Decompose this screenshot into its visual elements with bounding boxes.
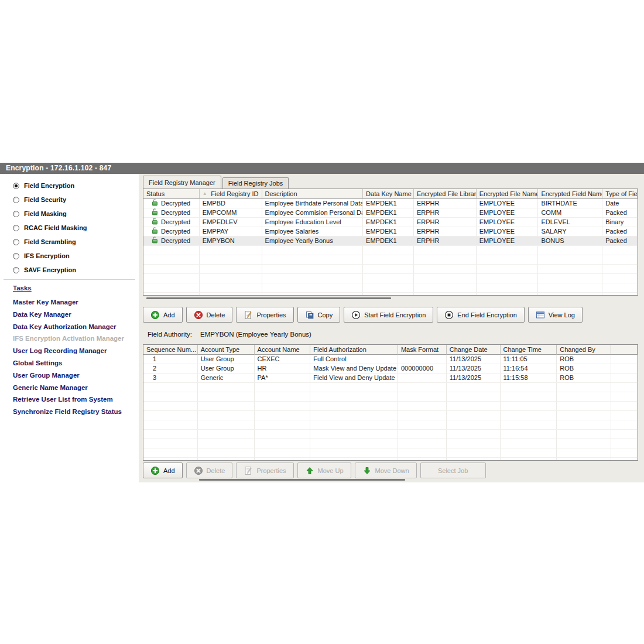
table-row[interactable]: 3GenericPA*Field View and Deny Update11/… (143, 374, 638, 383)
task-link-synchronize-field-registry-status[interactable]: Synchronize Field Registry Status (0, 406, 139, 418)
empty-cell (200, 274, 262, 283)
table-row[interactable]: DecryptedEMPCOMMEmployee Commision Perso… (143, 208, 638, 218)
column-header-label: Change Time (503, 345, 542, 354)
cell-sequence-num: 1 (143, 355, 198, 364)
empty-cell (198, 402, 255, 410)
table-row[interactable]: DecryptedEMPYBONEmployee Yearly BonusEMP… (143, 237, 638, 246)
tab-field-registry-jobs[interactable]: Field Registry Jobs (222, 177, 289, 189)
empty-cell (398, 458, 447, 461)
empty-cell (200, 265, 262, 273)
column-header-changed-by[interactable]: Changed By (557, 345, 611, 355)
sidebar-radio-savf-encryption[interactable]: SAVF Encryption (0, 263, 139, 277)
task-link-global-settings[interactable]: Global Settings (0, 357, 139, 369)
field-authority-line: Field Authority:EMPYBON (Employee Yearly… (148, 331, 311, 338)
column-header-field-authorization[interactable]: Field Authorization (310, 345, 398, 355)
authority-table-hscrollbar[interactable] (199, 479, 550, 482)
cell-change-date: 11/13/2025 (447, 374, 501, 382)
column-header-encrypted-file-library[interactable]: Encrypted File Library (414, 189, 477, 199)
task-link-user-log-recording-manager[interactable]: User Log Recording Manager (0, 345, 139, 357)
column-header-field-registry-id[interactable]: ▲Field Registry ID (200, 189, 262, 199)
table-row[interactable]: DecryptedEMPPAYEmployee SalariesEMPDEK1E… (143, 227, 638, 237)
column-header-data-key-name[interactable]: Data Key Name (363, 189, 414, 199)
task-link-data-key-authorization-manager[interactable]: Data Key Authorization Manager (0, 321, 139, 333)
table-row[interactable]: 2User GroupHRMask View and Deny Update00… (143, 364, 638, 374)
sidebar-radio-field-masking[interactable]: Field Masking (0, 207, 139, 221)
sort-ascending-icon: ▲ (203, 189, 207, 198)
column-header-encrypted-file-name[interactable]: Encrypted File Name (477, 189, 539, 199)
copy-button[interactable]: Copy (297, 307, 341, 323)
column-header-change-date[interactable]: Change Date (447, 345, 501, 355)
sidebar-radio-ifs-encryption[interactable]: IFS Encryption (0, 249, 139, 263)
cell-type-of-field: Packed (602, 227, 638, 236)
task-link-generic-name-manager[interactable]: Generic Name Manager (0, 382, 139, 394)
empty-cell (363, 283, 414, 292)
empty-table-row (143, 283, 638, 293)
empty-cell (143, 402, 198, 410)
empty-table-row (143, 420, 638, 430)
column-header-account-name[interactable]: Account Name (255, 345, 311, 355)
empty-cell (611, 430, 638, 439)
empty-cell (538, 293, 602, 296)
radio-icon (13, 225, 19, 231)
task-link-data-key-manager[interactable]: Data Key Manager (0, 309, 139, 321)
button-label: Delete (207, 467, 225, 474)
column-header-blank[interactable] (611, 345, 638, 355)
column-header-status[interactable]: Status (143, 189, 200, 199)
cell-status: Decrypted (143, 208, 200, 217)
empty-cell (477, 274, 539, 283)
empty-cell (310, 430, 398, 439)
add-button[interactable]: Add (143, 307, 183, 323)
add-button[interactable]: Add (143, 463, 183, 478)
cell-description: Employee Commision Personal Data (262, 208, 364, 217)
cell-status: Decrypted (143, 199, 200, 208)
registry-table-hscrollbar[interactable] (146, 297, 521, 300)
column-header-sequence-num[interactable]: Sequence Num... (143, 345, 198, 355)
column-header-mask-format[interactable]: Mask Format (398, 345, 447, 355)
empty-table-row (143, 439, 638, 448)
delete-button[interactable]: Delete (186, 463, 233, 478)
sidebar-radio-field-scrambling[interactable]: Field Scrambling (0, 235, 139, 249)
view-log-icon (536, 310, 545, 320)
properties-button[interactable]: Properties (236, 307, 293, 323)
move-down-button[interactable]: Move Down (355, 463, 417, 478)
sidebar-radio-field-security[interactable]: Field Security (0, 193, 139, 207)
empty-cell (611, 448, 638, 457)
start-field-encryption-button[interactable]: Start Field Encryption (344, 307, 433, 323)
empty-cell (477, 283, 539, 292)
properties-button[interactable]: Properties (236, 463, 293, 478)
authority-hscroll-thumb[interactable] (199, 479, 405, 481)
button-label: Properties (256, 467, 286, 474)
column-header-type-of-field[interactable]: Type of Field (602, 189, 638, 199)
cell-change-time: 11:11:05 (501, 355, 557, 364)
task-link-master-key-manager[interactable]: Master Key Manager (0, 296, 139, 309)
column-header-description[interactable]: Description (262, 189, 364, 199)
task-link-retrieve-user-list-from-system[interactable]: Retrieve User List from System (0, 393, 139, 406)
column-header-account-type[interactable]: Account Type (198, 345, 255, 355)
column-header-encrypted-field-name[interactable]: Encrypted Field Name (538, 189, 602, 199)
registry-hscroll-thumb[interactable] (146, 297, 391, 299)
sidebar-radio-field-encryption[interactable]: Field Encryption (0, 179, 139, 193)
table-row[interactable]: DecryptedEMPBDEmployee Birthdate Persona… (143, 199, 638, 208)
tab-field-registry-manager[interactable]: Field Registry Manager (143, 176, 221, 189)
empty-cell (255, 392, 311, 401)
button-label: End Field Encryption (457, 311, 517, 318)
move-down-icon (362, 466, 372, 475)
view-log-button[interactable]: View Log (528, 307, 583, 323)
table-row[interactable]: 1User GroupCEXECFull Control11/13/202511… (143, 355, 638, 364)
column-header-change-time[interactable]: Change Time (501, 345, 557, 355)
empty-cell (602, 265, 638, 273)
end-field-encryption-button[interactable]: End Field Encryption (437, 307, 525, 323)
empty-cell (414, 283, 477, 292)
sidebar-radio-rcac-field-masking[interactable]: RCAC Field Masking (0, 221, 139, 235)
select-job-button[interactable]: Select Job (420, 463, 486, 478)
empty-cell (611, 392, 638, 401)
empty-table-row (143, 265, 638, 274)
delete-button[interactable]: Delete (186, 307, 233, 323)
tab-bar: Field Registry ManagerField Registry Job… (143, 176, 290, 189)
empty-cell (255, 458, 311, 461)
task-link-user-group-manager[interactable]: User Group Manager (0, 369, 139, 382)
move-up-button[interactable]: Move Up (297, 463, 351, 478)
unlock-icon (151, 227, 159, 236)
empty-table-row (143, 402, 638, 411)
table-row[interactable]: DecryptedEMPEDLEVEmployee Education Leve… (143, 218, 638, 227)
